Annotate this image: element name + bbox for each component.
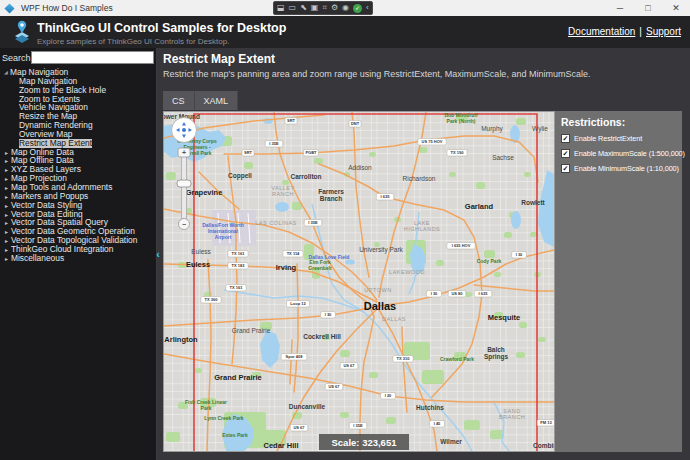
debug-icon-8[interactable]: ‹ xyxy=(366,2,369,14)
search-input[interactable] xyxy=(31,51,154,64)
restrictions-title: Restrictions: xyxy=(561,116,676,128)
tab-cs[interactable]: CS xyxy=(163,91,195,110)
tree-item[interactable]: Vehicle Navigation xyxy=(0,103,156,112)
zoom-out-icon[interactable]: − xyxy=(182,221,186,228)
debug-icon-5[interactable]: ⚙ xyxy=(331,2,338,14)
tree-item[interactable]: ▸Map Projection xyxy=(0,174,156,183)
tree-item[interactable]: ◢Map Navigation xyxy=(0,68,156,77)
map-view[interactable]: SRTDNTSRTPGBTI 35EUS 75 HOVTX 190I 635I … xyxy=(163,111,555,452)
tree-item-label: Map Tools and Adornments xyxy=(11,183,112,192)
pan-center-icon[interactable] xyxy=(182,128,186,132)
tree-item[interactable]: ▸Vector Data Topological Validation xyxy=(0,236,156,245)
map-label: Greenbelt xyxy=(308,265,332,271)
tree-item-label: Vector Data Spatial Query xyxy=(11,218,108,227)
minimize-button[interactable]: ─ xyxy=(606,0,634,16)
checkbox[interactable]: ✓ xyxy=(561,149,570,158)
road-shield-label: FM 13 xyxy=(540,420,552,425)
tree-item-label: ThinkGeo Cloud Integration xyxy=(11,245,113,254)
scale-label: Scale: 323,651 xyxy=(332,437,398,448)
tree-item[interactable]: Restrict Map Extent xyxy=(0,139,156,148)
map-label: Wylie xyxy=(532,125,548,133)
tree-item[interactable]: Overview Map xyxy=(0,130,156,139)
tree-item[interactable]: ▸Map Tools and Adornments xyxy=(0,183,156,192)
park-area xyxy=(166,172,176,180)
map-label: Duncanville xyxy=(289,403,326,410)
tree-item[interactable]: Zoom to the Black Hole xyxy=(0,86,156,95)
maximize-button[interactable]: □ xyxy=(634,0,662,16)
map-label: Sachse xyxy=(492,154,514,161)
road-shield-label: I 635 HOV xyxy=(452,243,471,248)
road-shield-label: I 35E xyxy=(353,423,363,428)
road-shield-label: US 67 xyxy=(328,384,340,389)
tree-item[interactable]: ▸Markers and Popups xyxy=(0,192,156,201)
tree-item-label: Miscellaneous xyxy=(11,254,64,263)
close-button[interactable]: ✕ xyxy=(662,0,690,16)
tree-item[interactable]: ▸Vector Data Spatial Query xyxy=(0,218,156,227)
tree-item[interactable]: Zoom to Extents xyxy=(0,95,156,104)
link-separator: | xyxy=(639,26,642,37)
road-shield-label: I 35E xyxy=(308,220,318,225)
debug-icon-7[interactable]: ✓ xyxy=(353,4,362,13)
tab-xaml[interactable]: XAML xyxy=(195,91,239,110)
road-shield-label: TX 114 xyxy=(287,251,300,256)
support-link[interactable]: Support xyxy=(646,26,681,37)
road-shield-label: Loop 12 xyxy=(290,301,306,306)
tree-item[interactable]: ▸XYZ Based Layers xyxy=(0,165,156,174)
debug-icon-0[interactable]: ⬓ xyxy=(277,2,285,14)
thinkgeo-logo-icon xyxy=(9,19,35,46)
sidebar-collapse-icon[interactable]: ‹ xyxy=(156,248,160,260)
restriction-option[interactable]: ✓Enable RestrictExtent xyxy=(561,134,676,143)
map-label: DALLAS xyxy=(382,316,406,322)
tree-item-label: Zoom to the Black Hole xyxy=(19,86,106,95)
road-shield-label: PGBT xyxy=(305,150,317,155)
tree-item[interactable]: ▸Map Offline Data xyxy=(0,156,156,165)
lake xyxy=(345,260,355,265)
map-label: Garland xyxy=(465,202,494,211)
map-label: Addison xyxy=(348,164,372,171)
restriction-option[interactable]: ✓Enable MinimumScale (1:10,000) xyxy=(561,164,676,173)
map-label: Dallas xyxy=(364,300,396,312)
park-area xyxy=(422,370,444,384)
tree-item[interactable]: ▸Map Online Data xyxy=(0,148,156,157)
map-label: Park xyxy=(201,405,212,411)
zoom-slider-thumb[interactable] xyxy=(177,180,191,187)
map-label: Arlington xyxy=(164,335,198,344)
debug-icon-3[interactable]: ▣ xyxy=(311,2,319,14)
debug-icon-4[interactable]: ⌗ xyxy=(322,2,327,14)
road-shield-label: US 75 HOV xyxy=(422,139,443,144)
debug-icon-1[interactable]: ▭ xyxy=(289,2,297,14)
map-label: Lynn Creek Park xyxy=(204,415,243,421)
zoom-in-icon[interactable]: + xyxy=(182,149,186,156)
map-label: Cockrell Hill xyxy=(303,333,341,340)
checkbox[interactable]: ✓ xyxy=(561,134,570,143)
tree-item-label: Zoom to Extents xyxy=(19,95,80,104)
park-area xyxy=(369,372,378,378)
park-area xyxy=(516,352,525,358)
map-label: UPTOWN xyxy=(364,287,391,293)
tree-item[interactable]: ▸Miscellaneous xyxy=(0,254,156,263)
documentation-link[interactable]: Documentation xyxy=(568,26,635,37)
checkbox-label: Enable RestrictExtent xyxy=(574,134,642,143)
tree-item[interactable]: ▸Vector Data Editing xyxy=(0,210,156,219)
tree-item[interactable]: Resize the Map xyxy=(0,112,156,121)
road-shield-label: I 20 xyxy=(385,393,392,398)
debug-icon-2[interactable]: ⬉ xyxy=(300,2,307,14)
tree-item[interactable]: ▸Vector Data Styling xyxy=(0,201,156,210)
app-header: ThinkGeo UI Control Samples for Desktop … xyxy=(0,16,690,48)
map-label: Richardson xyxy=(403,175,436,182)
map-label: HIGHLANDS xyxy=(404,226,441,232)
tree-item-label: Map Navigation xyxy=(19,77,77,86)
tree-item[interactable]: ▸ThinkGeo Cloud Integration xyxy=(0,245,156,254)
checkbox[interactable]: ✓ xyxy=(561,164,570,173)
park-area xyxy=(340,412,349,418)
tree-item[interactable]: Dynamic Rendering xyxy=(0,121,156,130)
road-shield-label: I 635 xyxy=(479,291,489,296)
debug-toolbar[interactable]: ⬓▭⬉▣⌗⚙◉✓‹ xyxy=(273,1,373,15)
park-area xyxy=(419,147,427,153)
debug-icon-6[interactable]: ◉ xyxy=(342,2,349,14)
map-label: Balch xyxy=(487,346,505,353)
zoom-slider-track[interactable] xyxy=(182,152,187,224)
tree-item[interactable]: ▸Vector Data Geometric Operation xyxy=(0,227,156,236)
restriction-option[interactable]: ✓Enable MaximumScale (1:500,000) xyxy=(561,149,676,158)
tree-item[interactable]: Map Navigation xyxy=(0,77,156,86)
